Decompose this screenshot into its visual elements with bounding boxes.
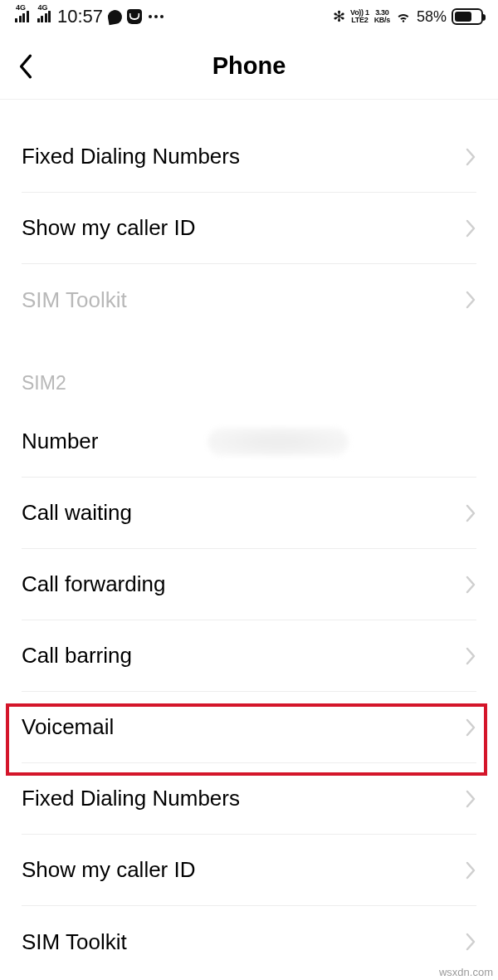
row-label: Call waiting <box>22 500 132 526</box>
phone-number-redacted <box>208 428 349 456</box>
row-label: Show my caller ID <box>22 857 196 883</box>
header: Phone <box>0 33 498 100</box>
row-label: SIM Toolkit <box>22 929 127 955</box>
chevron-right-icon <box>465 718 476 737</box>
back-button[interactable] <box>0 33 50 99</box>
chevron-right-icon <box>465 290 476 310</box>
wifi-icon <box>395 8 412 25</box>
row-show-my-caller-id[interactable]: Show my caller ID <box>22 193 476 264</box>
status-bar: 4G 4G 10:57 ✻ Vo)) 1LTE2 3.30KB/s 58% <box>0 0 498 33</box>
row-label: Call barring <box>22 643 132 669</box>
more-icon <box>149 15 164 18</box>
chevron-right-icon <box>465 932 476 952</box>
chevron-right-icon <box>465 503 476 523</box>
row-call-forwarding[interactable]: Call forwarding <box>22 549 476 620</box>
chevron-right-icon <box>465 860 476 880</box>
chevron-right-icon <box>465 575 476 595</box>
chevron-right-icon <box>465 789 476 809</box>
row-label: SIM Toolkit <box>22 287 127 313</box>
row-call-waiting[interactable]: Call waiting <box>22 478 476 549</box>
volte-indicator: Vo)) 1LTE2 <box>350 9 369 24</box>
status-time: 10:57 <box>57 6 103 27</box>
status-left: 4G 4G 10:57 <box>15 6 164 27</box>
row-label: Number <box>22 429 98 454</box>
row-show-my-caller-id[interactable]: Show my caller ID <box>22 835 476 906</box>
battery-icon <box>452 8 483 25</box>
row-label: Show my caller ID <box>22 215 196 241</box>
settings-group-sim2: SIM2 NumberCall waitingCall forwardingCa… <box>0 357 498 978</box>
row-call-barring[interactable]: Call barring <box>22 620 476 692</box>
chevron-left-icon <box>17 52 35 81</box>
row-sim-toolkit[interactable]: SIM Toolkit <box>22 264 476 336</box>
row-sim-toolkit[interactable]: SIM Toolkit <box>22 906 476 978</box>
shopping-bag-icon <box>127 9 142 24</box>
row-fixed-dialing-numbers[interactable]: Fixed Dialing Numbers <box>22 763 476 835</box>
row-number[interactable]: Number <box>22 406 476 478</box>
status-right: ✻ Vo)) 1LTE2 3.30KB/s 58% <box>333 7 483 26</box>
bluetooth-icon: ✻ <box>333 7 345 26</box>
chevron-right-icon <box>465 218 476 238</box>
battery-percent: 58% <box>417 8 447 26</box>
row-fixed-dialing-numbers[interactable]: Fixed Dialing Numbers <box>22 121 476 193</box>
row-voicemail[interactable]: Voicemail <box>22 692 476 763</box>
row-label: Fixed Dialing Numbers <box>22 786 240 811</box>
watermark-text: wsxdn.com <box>439 966 493 978</box>
signal-sim1-icon: 4G <box>15 11 29 22</box>
signal-sim2-icon: 4G <box>37 11 51 22</box>
coffee-bean-icon <box>107 8 124 25</box>
settings-group-sim1: Fixed Dialing NumbersShow my caller IDSI… <box>0 121 498 336</box>
group-header-sim2: SIM2 <box>22 357 476 406</box>
netspeed-indicator: 3.30KB/s <box>374 9 390 24</box>
chevron-right-icon <box>465 147 476 167</box>
row-label: Voicemail <box>22 714 114 740</box>
row-label: Fixed Dialing Numbers <box>22 144 240 169</box>
row-label: Call forwarding <box>22 571 165 597</box>
chevron-right-icon <box>465 646 476 666</box>
page-title: Phone <box>0 52 498 80</box>
